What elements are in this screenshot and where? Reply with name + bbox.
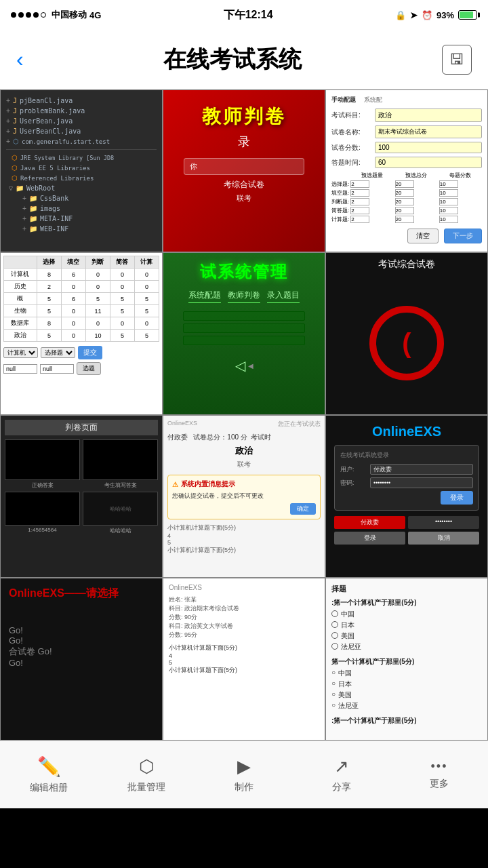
clear-button[interactable]: 清空 [407,229,439,243]
input-line[interactable] [183,311,306,321]
short-count-input[interactable] [350,207,369,214]
go-line-2: Go! [9,635,52,646]
stats-cell[interactable]: 选择 填空 判断 简答 计算 计算机 8 6 0 0 0 历史 [0,252,163,415]
tab-edit[interactable]: ✏️ 编辑相册 [0,755,98,794]
val-cell: 0 [85,317,110,330]
nav-grade[interactable]: 教师判卷 [228,290,260,303]
save-button[interactable]: 🖫 [442,45,472,75]
webroot-children: + 📁 CssBank + 📁 imags + 📁 META-INF [6,193,157,234]
radio-circle[interactable]: ○ [331,679,336,687]
file-name: problemBank.java [20,107,85,115]
dot3 [26,12,31,18]
judge-score-input[interactable] [395,198,414,205]
username-row: 用户: [340,464,473,475]
config-cell[interactable]: 手动配题 系统配 考试科目: 政治 试卷名称: 期末考试综合试卷 试卷分数: 1… [325,90,488,252]
fill-score-input[interactable] [395,189,414,197]
null-input-2[interactable] [40,364,74,374]
input-line[interactable] [183,323,306,333]
tab-create[interactable]: ▶ 制作 [195,756,293,793]
fill-count-input[interactable] [350,189,369,197]
val-cell: 5 [134,305,159,317]
fill-each-input[interactable] [439,189,458,197]
tab-batch[interactable]: ⬡ 批量管理 [98,756,195,793]
table-row: 政治 5 0 10 5 5 [4,330,159,342]
val-cell: 5 [110,293,134,305]
lib-icon: ⬡ [12,174,18,182]
sub-label-1: 1:45654564 [5,527,80,533]
score-line-2: 4 [167,532,321,539]
choose-button[interactable]: 选题 [77,362,101,375]
password-row: 密码: [340,477,473,488]
table-row: 概 5 6 5 5 5 [4,293,159,305]
meta-inf-item: + 📁 META-INF [20,214,157,224]
short-each-input[interactable] [439,207,458,214]
val-cell: 0 [110,317,134,330]
choice-count-input[interactable] [350,180,369,188]
lock-icon: 🔒 [395,10,406,20]
carrier-label: 中国移动 [52,9,87,21]
login-button[interactable]: 登录 [441,491,473,505]
radio-usa[interactable] [331,632,338,639]
grading-cell[interactable]: 判卷页面 正确答案 考生填写答案 1:45654564 哈哈哈哈 哈哈哈哈 [0,415,163,578]
back-button[interactable]: ‹ [16,47,24,72]
tab-share[interactable]: ↗ 分享 [293,756,390,793]
go-items: Go! Go! 合试卷 Go! Go! [9,625,52,668]
radio-circle[interactable]: ○ [331,690,336,698]
calc-score-input[interactable] [395,216,414,223]
quiz-cell[interactable]: 择题 :第一个计算机产于那里(5分) 中国 日本 美国 法尼亚 第一个计算机产于… [325,578,488,741]
ide-cell[interactable]: + J pjBeanCl.java + J problemBank.java +… [0,90,163,252]
judge-each-input[interactable] [439,198,458,205]
val-cell: 5 [134,330,159,342]
calc-count-input[interactable] [350,216,369,223]
sysadmin-cell[interactable]: 试系统管理 系统配题 教师判卷 录入题目 ◁ ◀ [163,252,325,415]
judge-count-input[interactable] [350,198,369,205]
next-button[interactable]: 下一步 [444,229,482,243]
teacher-grading-cell[interactable]: 教师判卷 录 你 考综合试卷 联考 [163,90,325,252]
input-placeholder[interactable]: 你 [184,158,304,175]
option-faniya: 法尼亚 [331,642,482,652]
score-breakdown: 小计算机计算题下面(5分) 4 5 小计算机计算题下面(5分) [167,524,321,555]
input-line[interactable] [183,336,306,345]
radio-faniya[interactable] [331,643,338,650]
correct-label: 正确答案 [5,481,80,489]
confirm-button[interactable]: 确定 [290,503,316,515]
time-input[interactable]: 60 [375,157,482,168]
radio-circle[interactable]: ○ [331,701,336,709]
radio-japan[interactable] [331,621,338,628]
dark-field: •••••••• [408,516,479,529]
login-cell[interactable]: OnlineEXS 在线考试系统登录 用户: 密码: 登录 付政委 ••••••… [325,415,488,578]
subject-input[interactable]: 政治 [375,108,482,122]
battery-fill [460,12,473,18]
data-section: 小计算机计算题下面(5分) 4 5 小计算机计算题下面(5分) [169,644,319,675]
select-cell[interactable]: OnlineEXS——请选择 Go! Go! 合试卷 Go! Go! [0,578,163,741]
subject-dropdown[interactable]: 计算机 [3,347,38,358]
btn-cancel[interactable]: 取消 [408,532,479,545]
val-cell: 6 [61,293,85,305]
type-dropdown[interactable]: 选择题 [41,347,75,358]
dark-exam-cell[interactable]: 考试综合试卷 ( [325,252,488,415]
tab-more[interactable]: ••• 更多 [390,760,488,790]
file-item: + J UserBean.java [6,116,157,126]
short-score-input[interactable] [395,207,414,214]
dot5 [41,12,46,18]
null-input-1[interactable] [3,364,37,374]
choice-score-input[interactable] [395,180,414,188]
choice-each-input[interactable] [439,180,458,188]
select-brand: OnlineEXS——请选择 [9,587,119,601]
username-input[interactable] [370,464,473,475]
calc-each-input[interactable] [439,216,458,223]
password-input[interactable] [370,477,473,488]
nav-config[interactable]: 系统配题 [188,290,221,303]
exam-process-cell[interactable]: OnlineEXS 您正在考试状态 付政委 试卷总分：100 分 考试时 政治 … [163,415,325,578]
nav-enter[interactable]: 录入题目 [267,290,300,303]
radio-circle[interactable]: ○ [331,669,336,676]
radio-china[interactable] [331,610,338,617]
score-line: 小计算机计算题下面(5分) [167,524,321,532]
exam-name-input[interactable]: 期末考试综合试卷 [375,125,482,138]
score-input[interactable]: 100 [375,142,482,153]
result-cell[interactable]: OnlineEXS 姓名: 张某 科目: 政治期末考综合试卷 分数: 90分 科… [163,578,325,741]
btn-ok[interactable]: 登录 [334,532,405,545]
val-cell: 0 [61,330,85,342]
q3-title: :第一个计算机产于那里(5分) [331,716,482,726]
submit-button[interactable]: 提交 [78,346,102,359]
